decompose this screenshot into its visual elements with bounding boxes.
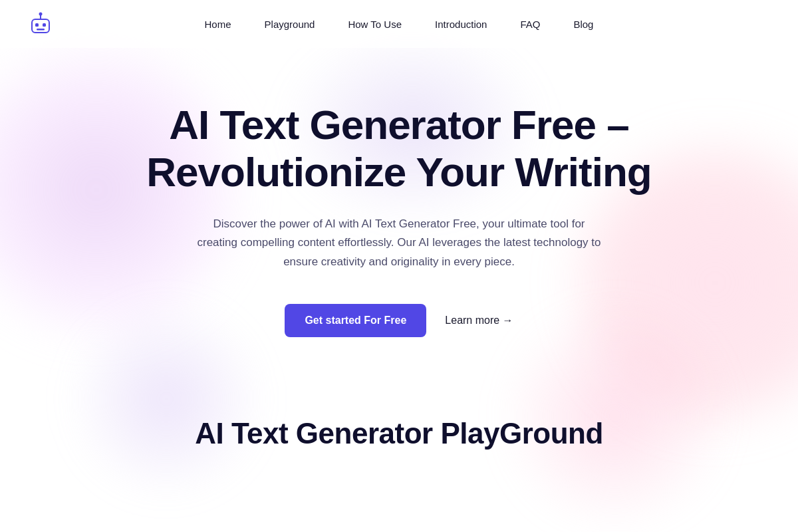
bottom-teaser: AI Text Generator PlayGround — [0, 377, 798, 464]
logo-icon — [27, 10, 55, 38]
hero-title: AI Text Generator Free – Revolutionize Y… — [133, 101, 665, 196]
get-started-button[interactable]: Get started For Free — [285, 304, 426, 337]
nav-home[interactable]: Home — [205, 19, 231, 30]
header: Home Playground How To Use Introduction … — [0, 0, 798, 48]
nav-how-to-use[interactable]: How To Use — [348, 19, 402, 30]
svg-rect-0 — [32, 19, 49, 33]
hero-section: AI Text Generator Free – Revolutionize Y… — [0, 48, 798, 377]
logo-area — [27, 10, 55, 38]
learn-more-button[interactable]: Learn more → — [445, 315, 513, 327]
svg-rect-2 — [43, 23, 46, 27]
svg-rect-1 — [35, 23, 39, 27]
bottom-teaser-title: AI Text Generator PlayGround — [0, 417, 798, 450]
main-nav: Home Playground How To Use Introduction … — [205, 19, 594, 30]
hero-subtitle: Discover the power of AI with AI Text Ge… — [193, 215, 605, 273]
nav-playground[interactable]: Playground — [265, 19, 315, 30]
svg-rect-3 — [37, 29, 45, 31]
nav-faq[interactable]: FAQ — [520, 19, 540, 30]
nav-blog[interactable]: Blog — [573, 19, 593, 30]
hero-buttons: Get started For Free Learn more → — [285, 304, 513, 337]
nav-introduction[interactable]: Introduction — [435, 19, 487, 30]
svg-point-5 — [39, 13, 43, 16]
